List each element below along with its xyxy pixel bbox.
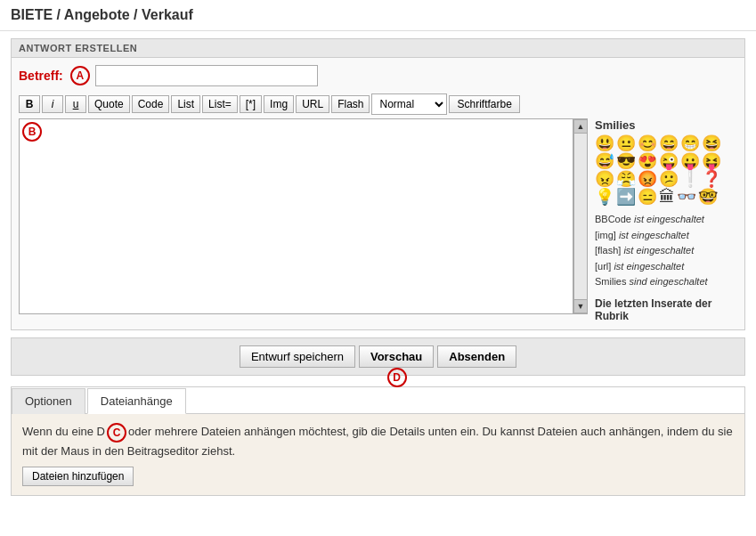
smiley-3[interactable]: 😊 <box>638 135 657 151</box>
smiley-4[interactable]: 😄 <box>659 135 679 151</box>
smiley-13[interactable]: 😠 <box>595 171 614 187</box>
listitem-button[interactable]: [*] <box>240 95 262 113</box>
bbcode-line-3: [flash] ist eingeschaltet <box>595 243 737 259</box>
smiley-11[interactable]: 😛 <box>680 153 700 169</box>
img-button[interactable]: Img <box>264 95 294 113</box>
bbcode-info: BBCode ist eingeschaltet [img] ist einge… <box>595 212 737 290</box>
smiley-16[interactable]: 😕 <box>659 171 679 187</box>
quote-button[interactable]: Quote <box>88 95 130 113</box>
smiley-19[interactable]: 💡 <box>595 189 614 205</box>
schriftfarbe-button[interactable]: Schriftfarbe <box>449 95 519 113</box>
smiley-7[interactable]: 😅 <box>595 153 614 169</box>
label-d-circle: D <box>387 368 407 387</box>
reply-header-text: ANTWORT ERSTELLEN <box>19 43 137 53</box>
smilies-title: Smilies <box>595 118 737 132</box>
page-wrapper: BIETE / Angebote / Verkauf ANTWORT ERSTE… <box>0 0 756 536</box>
editor-toolbar: B i u Quote Code List List= [*] Img URL … <box>19 93 737 115</box>
last-inserate-text: Die letzten Inserate der Rubrik <box>595 297 711 322</box>
smiley-21[interactable]: 😑 <box>638 189 657 205</box>
add-files-button[interactable]: Dateien hinzufügen <box>22 467 134 486</box>
list-button[interactable]: List <box>171 95 200 113</box>
desc-part2: oder mehrere Dateien anhängen möchtest, … <box>22 425 733 458</box>
bbcode-line-4: [url] ist eingeschaltet <box>595 259 737 275</box>
smiley-5[interactable]: 😁 <box>680 135 700 151</box>
scroll-up-arrow[interactable]: ▲ <box>573 119 588 134</box>
list-eq-button[interactable]: List= <box>202 95 238 113</box>
tab-dateianhange-label: Dateianhänge <box>101 394 173 408</box>
smiley-18[interactable]: ❓ <box>702 171 721 187</box>
tab-optionen-label: Optionen <box>25 394 72 408</box>
smiley-2[interactable]: 😐 <box>616 135 636 151</box>
main-content: ANTWORT ERSTELLEN Betreff: A B i u Quote… <box>0 31 756 503</box>
smiley-12[interactable]: 😝 <box>702 153 721 169</box>
editor-scrollbar[interactable]: ▲ ▼ <box>573 118 588 314</box>
smilies-panel: Smilies 😃 😐 😊 😄 😁 😆 😅 😎 <box>595 118 737 322</box>
bbcode-line-2: [img] ist eingeschaltet <box>595 228 737 244</box>
save-draft-button[interactable]: Entwurf speichern <box>240 345 355 368</box>
label-b-circle: B <box>22 122 42 142</box>
tabs-header: Optionen Dateianhänge <box>12 387 744 414</box>
betreff-label: Betreff: <box>19 69 63 83</box>
bbcode-line-5: Smilies sind eingeschaltet <box>595 274 737 290</box>
send-button[interactable]: Absenden <box>437 345 516 368</box>
smiley-23[interactable]: 👓 <box>677 189 696 205</box>
smilies-grid: 😃 😐 😊 😄 😁 😆 😅 😎 😍 😜 😛 <box>595 135 737 205</box>
smiley-8[interactable]: 😎 <box>616 153 636 169</box>
breadcrumb: BIETE / Angebote / Verkauf <box>0 0 756 31</box>
label-a-circle: A <box>70 66 90 85</box>
smiley-1[interactable]: 😃 <box>595 135 614 151</box>
scroll-down-arrow[interactable]: ▼ <box>573 299 588 313</box>
tab-description: Wenn du eine DCoder mehrere Dateien anhä… <box>22 423 734 460</box>
tab-optionen[interactable]: Optionen <box>12 388 85 414</box>
smiley-22[interactable]: 🏛 <box>659 189 675 205</box>
url-button[interactable]: URL <box>296 95 329 113</box>
smiley-14[interactable]: 😤 <box>616 171 636 187</box>
code-button[interactable]: Code <box>132 95 170 113</box>
smiley-9[interactable]: 😍 <box>638 153 657 169</box>
label-c-circle: C <box>107 423 126 443</box>
smiley-15[interactable]: 😡 <box>638 171 657 187</box>
smiley-10[interactable]: 😜 <box>659 153 679 169</box>
smiley-20[interactable]: ➡️ <box>616 189 636 205</box>
betreff-input[interactable] <box>95 65 318 86</box>
desc-part1: Wenn du eine D <box>22 425 105 438</box>
italic-button[interactable]: i <box>42 95 63 113</box>
flash-button[interactable]: Flash <box>331 95 370 113</box>
bold-button[interactable]: B <box>19 95 40 113</box>
editor-area: B ▲ ▼ Smilies <box>19 118 737 322</box>
reply-section: ANTWORT ERSTELLEN Betreff: A B i u Quote… <box>11 38 745 330</box>
editor-wrapper: B ▲ ▼ <box>19 118 588 322</box>
reply-body: Betreff: A B i u Quote Code List List= [… <box>12 58 744 329</box>
tabs-section: Optionen Dateianhänge Wenn du eine DCode… <box>11 386 745 497</box>
reply-section-header: ANTWORT ERSTELLEN <box>12 39 744 58</box>
last-inserate: Die letzten Inserate der Rubrik <box>595 297 737 322</box>
preview-button[interactable]: Vorschau <box>359 345 434 368</box>
tab-dateianhange[interactable]: Dateianhänge <box>87 388 186 414</box>
action-bar: Entwurf speichern Vorschau Absenden D <box>11 337 745 376</box>
underline-button[interactable]: u <box>65 95 86 113</box>
smiley-6[interactable]: 😆 <box>702 135 721 151</box>
breadcrumb-text: BIETE / Angebote / Verkauf <box>11 7 193 22</box>
message-editor[interactable] <box>19 118 573 314</box>
smiley-24[interactable]: 🤓 <box>698 189 718 205</box>
smiley-17[interactable]: ❕ <box>680 171 700 187</box>
font-size-select[interactable]: Normal Heading 1 Heading 2 Heading 3 <box>371 93 447 115</box>
betreff-row: Betreff: A <box>19 65 737 86</box>
bbcode-line-1: BBCode ist eingeschaltet <box>595 212 737 228</box>
tab-content: Wenn du eine DCoder mehrere Dateien anhä… <box>12 414 744 496</box>
